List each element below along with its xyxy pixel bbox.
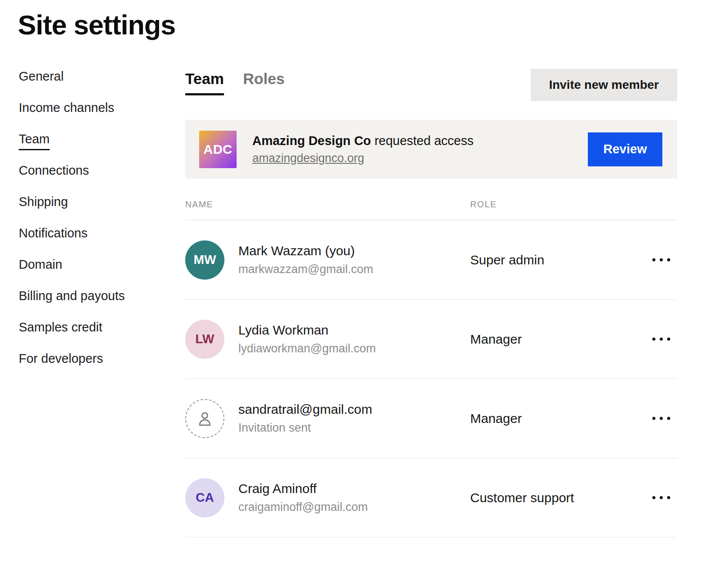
row-menu-button[interactable] xyxy=(651,491,671,504)
ellipsis-icon xyxy=(660,496,663,499)
avatar-initials: MW xyxy=(193,253,216,267)
column-header-name: NAME xyxy=(185,199,470,210)
page-title: Site settings xyxy=(18,10,719,40)
avatar: CA xyxy=(185,478,224,517)
member-name: Lydia Workman xyxy=(238,323,470,338)
table-row: sandratrail@gmail.com Invitation sent Ma… xyxy=(185,379,677,458)
sidebar-item-label: Income channels xyxy=(19,100,114,115)
settings-sidebar: General Income channels Team Connections… xyxy=(0,69,185,537)
sidebar-item-billing-and-payouts[interactable]: Billing and payouts xyxy=(19,288,185,320)
member-role: Manager xyxy=(470,332,651,347)
sidebar-item-domain[interactable]: Domain xyxy=(19,257,185,288)
invite-new-member-button[interactable]: Invite new member xyxy=(531,69,677,101)
member-identity: Lydia Workman lydiaworkman@gmail.com xyxy=(238,323,470,355)
table-header: NAME ROLE xyxy=(185,199,677,220)
company-logo: ADC xyxy=(199,131,237,168)
settings-layout: General Income channels Team Connections… xyxy=(0,69,719,537)
company-domain-link[interactable]: amazingdesignco.org xyxy=(252,152,364,165)
member-email: craigaminoff@gmail.com xyxy=(238,500,470,514)
avatar: MW xyxy=(185,240,224,280)
row-menu-button[interactable] xyxy=(651,253,671,267)
sidebar-item-team[interactable]: Team xyxy=(19,132,185,163)
access-request-title: Amazing Design Co requested access xyxy=(252,134,588,148)
sidebar-item-label: Billing and payouts xyxy=(19,288,125,304)
member-identity: Mark Wazzam (you) markwazzam@gmail.com xyxy=(238,243,470,276)
member-name: Craig Aminoff xyxy=(238,481,470,496)
member-name: Mark Wazzam (you) xyxy=(238,243,470,258)
sidebar-item-shipping[interactable]: Shipping xyxy=(19,194,185,226)
ellipsis-icon xyxy=(660,258,663,261)
tab-bar: Team Roles xyxy=(185,69,285,95)
ellipsis-icon xyxy=(667,338,670,341)
member-email: Invitation sent xyxy=(238,421,470,435)
ellipsis-icon xyxy=(652,417,655,420)
ellipsis-icon xyxy=(660,338,663,341)
row-menu-button[interactable] xyxy=(651,412,671,425)
member-email: lydiaworkman@gmail.com xyxy=(238,342,470,355)
table-row: MW Mark Wazzam (you) markwazzam@gmail.co… xyxy=(185,220,677,300)
review-button[interactable]: Review xyxy=(588,132,662,166)
request-message: requested access xyxy=(374,134,473,148)
sidebar-item-samples-credit[interactable]: Samples credit xyxy=(19,320,185,351)
table-row: CA Craig Aminoff craigaminoff@gmail.com … xyxy=(185,458,677,537)
sidebar-item-general[interactable]: General xyxy=(19,69,185,100)
sidebar-item-label: For developers xyxy=(19,351,103,366)
member-identity: Craig Aminoff craigaminoff@gmail.com xyxy=(238,481,470,514)
sidebar-item-notifications[interactable]: Notifications xyxy=(19,226,185,257)
avatar-initials: CA xyxy=(196,490,214,505)
sidebar-item-label: Team xyxy=(19,132,50,150)
team-member-list: MW Mark Wazzam (you) markwazzam@gmail.co… xyxy=(185,220,677,537)
ellipsis-icon xyxy=(660,417,663,420)
avatar-initials: LW xyxy=(195,332,214,346)
column-header-role: ROLE xyxy=(470,199,677,210)
person-icon xyxy=(195,409,214,428)
member-role: Super admin xyxy=(470,253,651,267)
sidebar-item-income-channels[interactable]: Income channels xyxy=(19,100,185,132)
ellipsis-icon xyxy=(667,258,670,261)
avatar xyxy=(185,399,224,438)
member-email: markwazzam@gmail.com xyxy=(238,263,470,276)
sidebar-item-label: Samples credit xyxy=(19,320,102,335)
team-panel: Team Roles Invite new member ADC Amazing… xyxy=(185,69,677,537)
ellipsis-icon xyxy=(652,496,655,499)
access-request-banner: ADC Amazing Design Co requested access a… xyxy=(185,120,677,179)
member-name: sandratrail@gmail.com xyxy=(238,402,470,417)
avatar: LW xyxy=(185,320,224,359)
company-name: Amazing Design Co xyxy=(252,134,371,148)
member-role: Manager xyxy=(470,411,651,426)
sidebar-item-for-developers[interactable]: For developers xyxy=(19,351,185,382)
ellipsis-icon xyxy=(652,338,655,341)
row-menu-button[interactable] xyxy=(651,332,671,346)
ellipsis-icon xyxy=(652,258,655,261)
content-header: Team Roles Invite new member xyxy=(185,69,677,101)
sidebar-item-label: Domain xyxy=(19,257,62,272)
sidebar-item-label: Shipping xyxy=(19,194,68,210)
table-row: LW Lydia Workman lydiaworkman@gmail.com … xyxy=(185,300,677,379)
tab-team[interactable]: Team xyxy=(185,70,224,95)
sidebar-item-label: General xyxy=(19,69,64,84)
sidebar-item-label: Connections xyxy=(19,163,89,178)
member-identity: sandratrail@gmail.com Invitation sent xyxy=(238,402,470,435)
ellipsis-icon xyxy=(667,496,670,499)
ellipsis-icon xyxy=(667,417,670,420)
sidebar-item-connections[interactable]: Connections xyxy=(19,163,185,194)
access-request-text: Amazing Design Co requested access amazi… xyxy=(252,134,588,165)
company-logo-text: ADC xyxy=(203,142,233,157)
sidebar-item-label: Notifications xyxy=(19,226,88,241)
tab-roles[interactable]: Roles xyxy=(243,70,285,95)
member-role: Customer support xyxy=(470,490,651,505)
